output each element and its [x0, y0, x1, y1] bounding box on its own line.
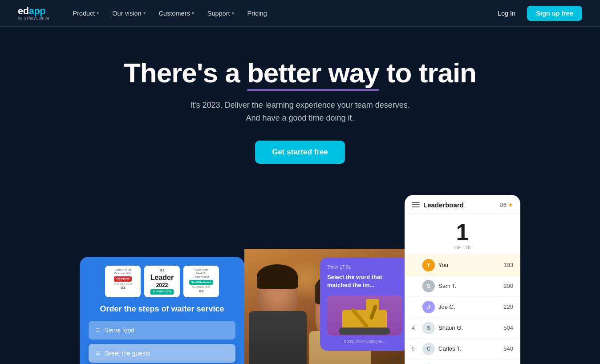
badge-recommend: Users MostLikely ToRecommend Small Busin…: [183, 266, 219, 297]
headline-part2: to train: [379, 57, 476, 88]
nav-item-pricing[interactable]: Pricing: [242, 7, 272, 20]
lb-name-2: Sam T.: [438, 283, 503, 289]
card-leaderboard: Leaderboard 86 ★ 1 OF 128 Y You 103 S: [405, 195, 520, 364]
chevron-down-icon: ▾: [192, 11, 194, 16]
avatar-4: S: [422, 322, 435, 334]
star-icon: ★: [508, 202, 513, 208]
logo-accent: app: [29, 5, 46, 16]
hero-subtext: It's 2023. Deliver the learning experien…: [9, 99, 591, 125]
quiz-footer: Compulsory Expugne...: [327, 339, 402, 344]
avatar-5: C: [422, 343, 435, 355]
quiz-question: Select the word that matched the im...: [327, 273, 402, 289]
lb-header-left: Leaderboard: [412, 201, 464, 209]
card-ordering-steps: Easiest To DoBusiness With Enterprise SU…: [80, 257, 244, 364]
nav-item-support[interactable]: Support ▾: [202, 7, 239, 20]
lb-row-you: Y You 103: [405, 255, 520, 276]
login-button[interactable]: Log In: [492, 7, 521, 20]
badge-leader: G2 Leader 2022 SUMMER 2022: [144, 266, 180, 297]
drag-icon: ≡: [96, 349, 100, 357]
lb-row-4: 4 S Shaun G. 504: [405, 318, 520, 339]
headline-bold: better way: [247, 58, 379, 88]
hero-headline: There's a better way to train: [9, 58, 591, 88]
leaderboard-header: Leaderboard 86 ★: [405, 195, 520, 214]
leaderboard-list: Y You 103 S Sam T. 200 J Joe C. 220 4 S: [405, 255, 520, 364]
avatar-you: Y: [422, 259, 435, 271]
card-title: Order the steps of waiter service: [89, 304, 235, 314]
quiz-overlay-card: Timer 17.5s Select the word that matched…: [320, 258, 405, 351]
chevron-down-icon: ▾: [232, 11, 234, 16]
nav-links: Product ▾ Our vision ▾ Customers ▾ Suppo…: [67, 7, 492, 20]
badges-row: Easiest To DoBusiness With Enterprise SU…: [89, 266, 235, 297]
chevron-down-icon: ▾: [97, 11, 99, 16]
logo-text: edapp: [18, 6, 49, 16]
nav-item-our-vision[interactable]: Our vision ▾: [107, 7, 150, 20]
lb-row-6: 6 I Isac G. 588: [405, 360, 520, 364]
logo-sub: by SafetyCulture: [18, 16, 49, 20]
step-serve-food: ≡ Serve food: [89, 321, 235, 340]
quiz-image: [327, 295, 402, 336]
quiz-timer: Timer 17.5s: [327, 265, 402, 270]
nav-item-customers[interactable]: Customers ▾: [154, 7, 199, 20]
badge-easiest: Easiest To DoBusiness With Enterprise SU…: [105, 266, 141, 297]
lb-rank-hero: 1 OF 128: [405, 214, 520, 255]
leaderboard-title: Leaderboard: [423, 201, 464, 209]
rank-total: OF 128: [405, 245, 520, 250]
lb-row-2: S Sam T. 200: [405, 276, 520, 297]
drag-icon: ≡: [96, 326, 100, 334]
lb-name-you: You: [438, 262, 503, 268]
chevron-down-icon: ▾: [143, 11, 146, 16]
card-photo: Timer 17.5s Select the word that matched…: [244, 249, 405, 364]
screenshots-section: Easiest To DoBusiness With Enterprise SU…: [0, 177, 600, 364]
hero-section: There's a better way to train It's 2023.…: [0, 27, 600, 177]
lb-points-2: 200: [503, 283, 513, 289]
avatar-2: S: [422, 280, 435, 292]
avatar-3: J: [422, 301, 435, 313]
nav-item-product[interactable]: Product ▾: [67, 7, 104, 20]
lb-points-4: 504: [503, 324, 513, 331]
get-started-button[interactable]: Get started free: [255, 141, 345, 164]
logo[interactable]: edapp by SafetyCulture: [18, 6, 49, 20]
rank-number: 1: [405, 221, 520, 244]
lb-points-5: 540: [503, 345, 513, 352]
lb-name-5: Carlos T.: [438, 345, 503, 352]
navbar: edapp by SafetyCulture Product ▾ Our vis…: [0, 0, 600, 27]
lb-points-you: 103: [503, 262, 513, 268]
headline-part1: There's a: [124, 57, 247, 88]
lb-name-4: Shaun G.: [438, 324, 503, 331]
lb-name-3: Joe C.: [438, 303, 503, 310]
lb-row-3: J Joe C. 220: [405, 297, 520, 318]
hamburger-icon: [412, 202, 420, 207]
signup-button[interactable]: Sign up free: [527, 6, 582, 21]
nav-right: Log In Sign up free: [492, 6, 582, 21]
step-greet-guests: ≡ Greet the guests: [89, 344, 235, 363]
lb-points-3: 220: [503, 303, 513, 310]
lb-score: 86 ★: [500, 202, 513, 208]
lb-row-5: 5 C Carlos T. 540: [405, 339, 520, 360]
